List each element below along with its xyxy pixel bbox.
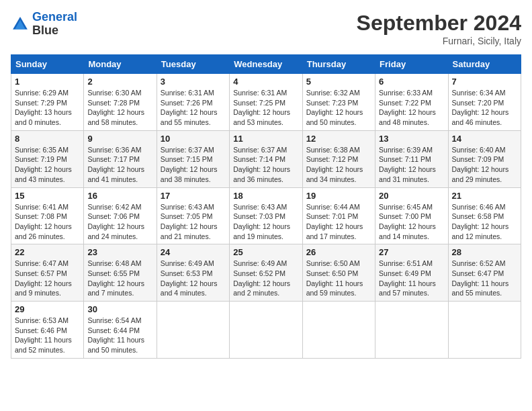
day-detail: Sunrise: 6:50 AMSunset: 6:50 PMDaylight:…	[306, 259, 371, 298]
calendar-cell: 24Sunrise: 6:49 AMSunset: 6:53 PMDayligh…	[157, 244, 229, 302]
calendar-cell: 6Sunrise: 6:33 AMSunset: 7:22 PMDaylight…	[375, 74, 448, 131]
day-detail: Sunrise: 6:44 AMSunset: 7:01 PMDaylight:…	[306, 202, 371, 242]
calendar-row-3: 15Sunrise: 6:41 AMSunset: 7:08 PMDayligh…	[11, 187, 521, 244]
day-number: 25	[233, 247, 298, 257]
day-detail: Sunrise: 6:39 AMSunset: 7:11 PMDaylight:…	[379, 145, 444, 185]
page-header: GeneralBlue September 2024 Furnari, Sici…	[11, 11, 521, 46]
day-detail: Sunrise: 6:38 AMSunset: 7:12 PMDaylight:…	[306, 145, 371, 185]
col-header-tuesday: Tuesday	[157, 55, 229, 74]
calendar-cell: 13Sunrise: 6:39 AMSunset: 7:11 PMDayligh…	[375, 130, 448, 187]
day-number: 7	[452, 77, 517, 87]
day-number: 22	[15, 247, 80, 257]
calendar-cell: 11Sunrise: 6:37 AMSunset: 7:14 PMDayligh…	[230, 130, 302, 187]
calendar-row-4: 22Sunrise: 6:47 AMSunset: 6:57 PMDayligh…	[11, 244, 521, 302]
day-detail: Sunrise: 6:53 AMSunset: 6:46 PMDaylight:…	[15, 316, 80, 355]
calendar-cell: 28Sunrise: 6:52 AMSunset: 6:47 PMDayligh…	[448, 244, 521, 302]
calendar-row-5: 29Sunrise: 6:53 AMSunset: 6:46 PMDayligh…	[11, 302, 521, 359]
day-detail: Sunrise: 6:40 AMSunset: 7:09 PMDaylight:…	[452, 145, 517, 185]
calendar-cell: 21Sunrise: 6:46 AMSunset: 6:58 PMDayligh…	[448, 187, 521, 244]
day-number: 1	[15, 77, 80, 87]
calendar-cell: 16Sunrise: 6:42 AMSunset: 7:06 PMDayligh…	[84, 187, 157, 244]
calendar-cell: 18Sunrise: 6:43 AMSunset: 7:03 PMDayligh…	[230, 187, 302, 244]
day-number: 2	[87, 77, 152, 87]
calendar-cell: 29Sunrise: 6:53 AMSunset: 6:46 PMDayligh…	[11, 302, 84, 359]
calendar-cell: 22Sunrise: 6:47 AMSunset: 6:57 PMDayligh…	[11, 244, 84, 302]
calendar-cell: 14Sunrise: 6:40 AMSunset: 7:09 PMDayligh…	[448, 130, 521, 187]
calendar-cell: 23Sunrise: 6:48 AMSunset: 6:55 PMDayligh…	[84, 244, 157, 302]
calendar-row-2: 8Sunrise: 6:35 AMSunset: 7:19 PMDaylight…	[11, 130, 521, 187]
day-number: 28	[452, 247, 517, 257]
calendar-cell: 10Sunrise: 6:37 AMSunset: 7:15 PMDayligh…	[157, 130, 229, 187]
day-detail: Sunrise: 6:33 AMSunset: 7:22 PMDaylight:…	[379, 88, 444, 128]
day-number: 9	[87, 134, 152, 144]
col-header-thursday: Thursday	[302, 55, 375, 74]
day-detail: Sunrise: 6:36 AMSunset: 7:17 PMDaylight:…	[87, 145, 152, 185]
day-detail: Sunrise: 6:51 AMSunset: 6:49 PMDaylight:…	[379, 259, 444, 298]
day-number: 29	[15, 304, 80, 314]
calendar-cell: 8Sunrise: 6:35 AMSunset: 7:19 PMDaylight…	[11, 130, 84, 187]
day-detail: Sunrise: 6:30 AMSunset: 7:28 PMDaylight:…	[87, 88, 152, 128]
calendar-cell: 20Sunrise: 6:45 AMSunset: 7:00 PMDayligh…	[375, 187, 448, 244]
day-detail: Sunrise: 6:29 AMSunset: 7:29 PMDaylight:…	[15, 88, 80, 128]
day-number: 4	[233, 77, 298, 87]
logo-text: GeneralBlue	[32, 11, 77, 38]
calendar-table: SundayMondayTuesdayWednesdayThursdayFrid…	[11, 54, 521, 359]
day-detail: Sunrise: 6:54 AMSunset: 6:44 PMDaylight:…	[87, 316, 152, 355]
calendar-cell	[157, 302, 229, 359]
day-detail: Sunrise: 6:48 AMSunset: 6:55 PMDaylight:…	[87, 259, 152, 298]
day-number: 19	[306, 191, 371, 201]
col-header-monday: Monday	[84, 55, 157, 74]
day-detail: Sunrise: 6:31 AMSunset: 7:25 PMDaylight:…	[233, 88, 298, 128]
calendar-cell	[230, 302, 302, 359]
day-detail: Sunrise: 6:35 AMSunset: 7:19 PMDaylight:…	[15, 145, 80, 185]
col-header-sunday: Sunday	[11, 55, 84, 74]
calendar-cell	[448, 302, 521, 359]
calendar-cell: 12Sunrise: 6:38 AMSunset: 7:12 PMDayligh…	[302, 130, 375, 187]
day-detail: Sunrise: 6:34 AMSunset: 7:20 PMDaylight:…	[452, 88, 517, 128]
title-block: September 2024 Furnari, Sicily, Italy	[357, 11, 521, 46]
calendar-cell: 27Sunrise: 6:51 AMSunset: 6:49 PMDayligh…	[375, 244, 448, 302]
calendar-row-1: 1Sunrise: 6:29 AMSunset: 7:29 PMDaylight…	[11, 74, 521, 131]
calendar-cell: 1Sunrise: 6:29 AMSunset: 7:29 PMDaylight…	[11, 74, 84, 131]
day-number: 27	[379, 247, 444, 257]
day-detail: Sunrise: 6:42 AMSunset: 7:06 PMDaylight:…	[87, 202, 152, 242]
day-detail: Sunrise: 6:37 AMSunset: 7:14 PMDaylight:…	[233, 145, 298, 185]
day-detail: Sunrise: 6:41 AMSunset: 7:08 PMDaylight:…	[15, 202, 80, 242]
calendar-cell: 19Sunrise: 6:44 AMSunset: 7:01 PMDayligh…	[302, 187, 375, 244]
calendar-cell: 26Sunrise: 6:50 AMSunset: 6:50 PMDayligh…	[302, 244, 375, 302]
calendar-cell: 7Sunrise: 6:34 AMSunset: 7:20 PMDaylight…	[448, 74, 521, 131]
col-header-saturday: Saturday	[448, 55, 521, 74]
month-title: September 2024	[357, 11, 521, 36]
day-number: 16	[87, 191, 152, 201]
day-number: 10	[161, 134, 226, 144]
calendar-cell: 3Sunrise: 6:31 AMSunset: 7:26 PMDaylight…	[157, 74, 229, 131]
day-detail: Sunrise: 6:46 AMSunset: 6:58 PMDaylight:…	[452, 202, 517, 242]
day-number: 8	[15, 134, 80, 144]
day-number: 24	[161, 247, 226, 257]
day-detail: Sunrise: 6:47 AMSunset: 6:57 PMDaylight:…	[15, 259, 80, 298]
day-number: 21	[452, 191, 517, 201]
day-detail: Sunrise: 6:49 AMSunset: 6:53 PMDaylight:…	[161, 259, 226, 298]
day-detail: Sunrise: 6:31 AMSunset: 7:26 PMDaylight:…	[161, 88, 226, 128]
calendar-cell	[375, 302, 448, 359]
day-number: 15	[15, 191, 80, 201]
calendar-cell: 4Sunrise: 6:31 AMSunset: 7:25 PMDaylight…	[230, 74, 302, 131]
day-number: 6	[379, 77, 444, 87]
location-subtitle: Furnari, Sicily, Italy	[357, 36, 521, 46]
day-number: 12	[306, 134, 371, 144]
day-detail: Sunrise: 6:37 AMSunset: 7:15 PMDaylight:…	[161, 145, 226, 185]
day-number: 13	[379, 134, 444, 144]
day-detail: Sunrise: 6:52 AMSunset: 6:47 PMDaylight:…	[452, 259, 517, 298]
day-number: 26	[306, 247, 371, 257]
day-number: 18	[233, 191, 298, 201]
calendar-cell: 9Sunrise: 6:36 AMSunset: 7:17 PMDaylight…	[84, 130, 157, 187]
day-detail: Sunrise: 6:43 AMSunset: 7:03 PMDaylight:…	[233, 202, 298, 242]
calendar-cell: 30Sunrise: 6:54 AMSunset: 6:44 PMDayligh…	[84, 302, 157, 359]
calendar-cell: 17Sunrise: 6:43 AMSunset: 7:05 PMDayligh…	[157, 187, 229, 244]
day-detail: Sunrise: 6:49 AMSunset: 6:52 PMDaylight:…	[233, 259, 298, 298]
day-number: 20	[379, 191, 444, 201]
calendar-cell: 15Sunrise: 6:41 AMSunset: 7:08 PMDayligh…	[11, 187, 84, 244]
day-number: 23	[87, 247, 152, 257]
day-number: 11	[233, 134, 298, 144]
day-number: 3	[161, 77, 226, 87]
